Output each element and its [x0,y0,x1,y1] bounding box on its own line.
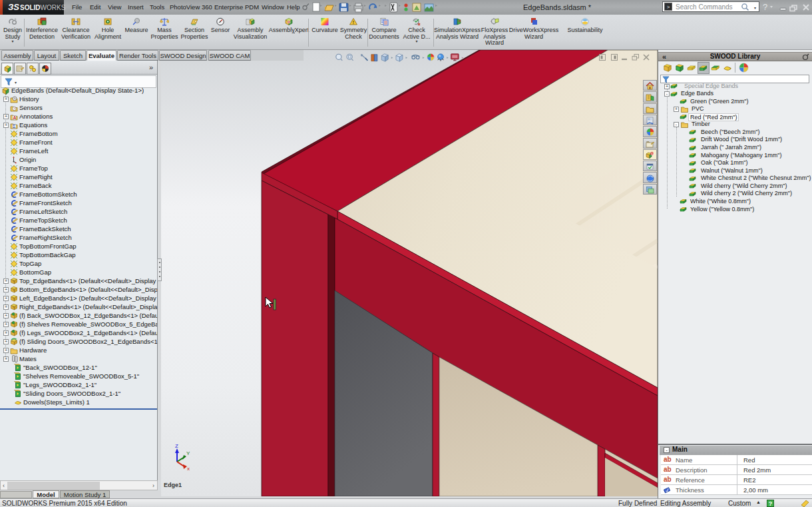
svg-text:?: ? [763,2,767,12]
svg-text:x: x [187,466,190,472]
svg-text:Edge1: Edge1 [164,482,182,488]
svg-text:SW: SW [651,152,654,155]
svg-text:Z: Z [175,443,178,449]
svg-text:Y: Y [186,450,190,456]
